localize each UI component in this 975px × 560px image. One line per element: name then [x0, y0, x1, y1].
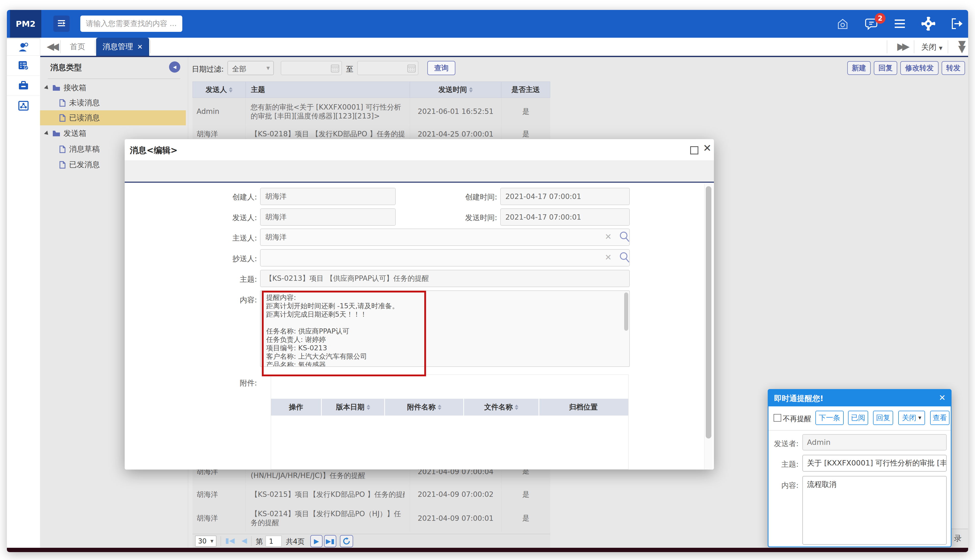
- window-bottom-edge: [7, 548, 968, 552]
- col-send-time[interactable]: 发送时间: [410, 82, 501, 98]
- query-button[interactable]: 查询: [427, 61, 455, 75]
- first-page-icon[interactable]: ▮◀: [225, 536, 234, 545]
- to-label: 至: [346, 64, 353, 74]
- clear-icon[interactable]: ✕: [605, 232, 612, 242]
- date-range-select[interactable]: 全部 ▼: [227, 61, 274, 75]
- col-subject[interactable]: 主题: [246, 82, 410, 98]
- subject-field[interactable]: 【KS-0213】项目 【供应商PPAP认可】任务的提醒: [260, 270, 630, 287]
- cc-field[interactable]: [260, 249, 630, 267]
- date-to-input[interactable]: [357, 61, 418, 75]
- rail-item-user[interactable]: [7, 39, 40, 55]
- col-sender[interactable]: 发送人: [193, 82, 246, 98]
- sort-icon[interactable]: [438, 405, 442, 410]
- tree-node-read[interactable]: 已读消息: [40, 110, 186, 125]
- tab-home[interactable]: 首页: [60, 38, 95, 56]
- close-icon[interactable]: ✕: [939, 393, 946, 403]
- tree-node-inbox[interactable]: 接收箱: [40, 80, 186, 95]
- cell-time: 2021-04-09 07:00:02: [410, 484, 502, 505]
- scrollbar-thumb[interactable]: [706, 186, 711, 438]
- sort-icon[interactable]: [469, 87, 473, 92]
- rail-item-network[interactable]: [7, 96, 40, 116]
- dialog-scrollbar[interactable]: [704, 184, 712, 470]
- textarea-scrollbar[interactable]: [624, 292, 628, 331]
- date-from-input[interactable]: [281, 61, 342, 75]
- col-action[interactable]: 操作: [271, 399, 322, 415]
- modify-forward-button[interactable]: 修改转发: [900, 61, 938, 75]
- close-icon[interactable]: ✕: [703, 142, 712, 154]
- reply-button[interactable]: 回复: [873, 411, 893, 425]
- sort-icon[interactable]: [515, 405, 518, 410]
- table-row[interactable]: 胡海洋 【KS-0214】项目【发行KD部品PO（HJ）】任务的提醒 2021-…: [192, 505, 550, 532]
- to-field[interactable]: 胡海洋: [260, 228, 630, 246]
- divider: [150, 40, 151, 53]
- content-field[interactable]: 流程取消: [803, 476, 947, 545]
- prev-page-icon[interactable]: ◀: [241, 536, 247, 545]
- tab-bar: ◀◀ 首页 消息管理 ✕ ▶▶ 关闭 ▼ ▶▶: [40, 38, 968, 57]
- view-button[interactable]: 查看: [930, 411, 950, 425]
- page-number-input[interactable]: 1: [266, 535, 282, 547]
- clipped-label: 录: [954, 533, 962, 544]
- clear-icon[interactable]: ✕: [605, 252, 612, 262]
- sender-field[interactable]: Admin: [803, 434, 947, 450]
- next-page-button[interactable]: ▶: [310, 535, 323, 547]
- col-archive-location[interactable]: 归档位置: [539, 399, 627, 415]
- created-time-field[interactable]: 2021-04-17 07:00:01: [500, 188, 630, 205]
- panel-collapse-button[interactable]: ◀: [169, 62, 180, 73]
- subject-field[interactable]: 关于 [KXXFX0001] 可行性分析的审批 [丰田][温度传感: [803, 455, 947, 472]
- rail-item-projects[interactable]: [7, 76, 40, 96]
- cell-subject: 【KS-0214】项目【发行KD部品PO（HJ）】任务的提醒: [251, 509, 405, 527]
- send-time-field[interactable]: 2021-04-17 07:00:01: [500, 208, 630, 226]
- logout-icon[interactable]: [950, 17, 964, 31]
- tab-close-icon[interactable]: ✕: [137, 43, 143, 51]
- divider: [221, 536, 221, 546]
- close-tabs-menu[interactable]: 关闭 ▼: [921, 42, 942, 52]
- page-size-select[interactable]: 30▼: [195, 535, 216, 547]
- expander-icon[interactable]: [44, 85, 50, 91]
- col-attachment-name[interactable]: 附件名称: [385, 399, 464, 415]
- reply-button[interactable]: 回复: [874, 61, 897, 75]
- mark-read-button[interactable]: 已阅: [848, 411, 868, 425]
- table-row[interactable]: Admin 您有新的审批<关于 [KXXFX0001] 可行性分析的审批 [丰田…: [192, 98, 550, 126]
- app-logo: PM2: [10, 10, 41, 38]
- sort-icon[interactable]: [367, 405, 370, 410]
- close-label: 关闭: [902, 413, 916, 423]
- creator-field[interactable]: 胡海洋: [260, 188, 396, 205]
- tabs-scroll-right-icon[interactable]: ▶▶: [897, 41, 907, 52]
- chevron-down-icon: ▼: [210, 539, 213, 543]
- global-search-input[interactable]: 请输入您需要查找的内容 ...: [80, 15, 182, 32]
- tree-node-outbox[interactable]: 发送箱: [40, 126, 186, 141]
- tabs-scroll-left-icon[interactable]: ◀◀: [47, 41, 56, 52]
- col-file-name[interactable]: 文件名称: [464, 399, 539, 415]
- apps-menu-icon[interactable]: [893, 17, 907, 31]
- sort-icon[interactable]: [229, 87, 232, 92]
- search-picker-icon[interactable]: [619, 252, 630, 263]
- sidebar-toggle-button[interactable]: [53, 15, 70, 32]
- close-dropdown-button[interactable]: 关闭 ▼: [898, 411, 925, 425]
- col-primary[interactable]: 是否主送: [501, 82, 550, 98]
- tree-node-unread[interactable]: 未读消息: [40, 95, 186, 110]
- col-version-date[interactable]: 版本日期: [322, 399, 385, 415]
- maximize-icon[interactable]: [690, 146, 698, 154]
- tree-label: 已发消息: [69, 160, 100, 170]
- tree-label: 未读消息: [69, 98, 100, 108]
- calendar-icon[interactable]: [407, 64, 416, 73]
- tab-message-management[interactable]: 消息管理 ✕: [96, 38, 149, 56]
- expander-icon[interactable]: [44, 130, 50, 136]
- new-button[interactable]: 新建: [847, 61, 871, 75]
- no-remind-checkbox[interactable]: [774, 414, 781, 422]
- collapse-tabs-icon[interactable]: ▶▶: [957, 41, 968, 51]
- rail-item-tasks[interactable]: [7, 55, 40, 76]
- last-page-button[interactable]: ▶▮: [324, 535, 336, 547]
- forward-button[interactable]: 转发: [942, 61, 965, 75]
- settings-gear-icon[interactable]: [921, 17, 935, 31]
- refresh-button[interactable]: [340, 535, 353, 547]
- next-item-button[interactable]: 下一条: [815, 411, 844, 425]
- search-picker-icon[interactable]: [619, 231, 630, 243]
- calendar-icon[interactable]: [331, 64, 339, 73]
- menu-collapse-icon: [57, 19, 66, 28]
- divider: [914, 40, 914, 53]
- table-row[interactable]: 胡海洋 【KS-0215】项目【发行KD部品PO 】任务的提醒 2021-04-…: [192, 484, 550, 505]
- home-icon[interactable]: [836, 17, 850, 31]
- message-edit-dialog: 消息<编辑> ✕ 创建人: 胡海洋 创建时间: 2021-04-17 07:00…: [125, 139, 714, 470]
- sender-field[interactable]: 胡海洋: [260, 208, 396, 226]
